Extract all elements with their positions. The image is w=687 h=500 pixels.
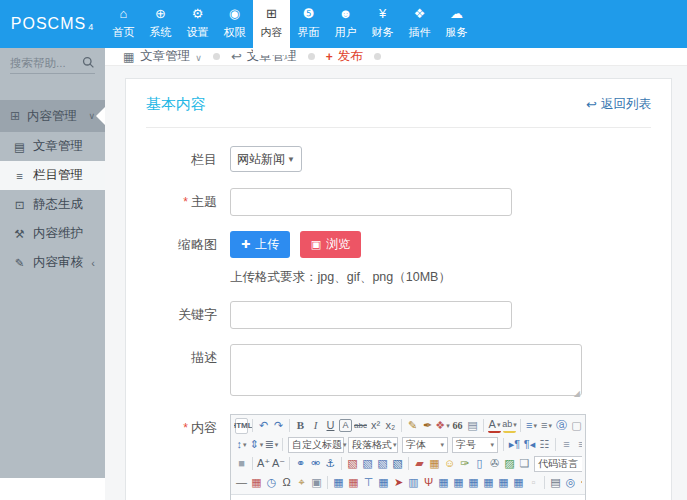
anchor-name-icon[interactable]: ⓐ bbox=[555, 418, 568, 434]
bold-icon[interactable]: B bbox=[294, 418, 307, 434]
time-icon[interactable]: ◷ bbox=[265, 475, 278, 491]
image-left-icon[interactable]: ▧ bbox=[346, 456, 359, 472]
font-family-select[interactable]: 字体▾ bbox=[402, 437, 448, 453]
nav-item-interface[interactable]: ❺ 界面 bbox=[290, 0, 327, 48]
insert-table-icon[interactable]: ▦ bbox=[332, 475, 345, 491]
align-left-icon[interactable]: ≡ bbox=[560, 437, 573, 453]
sidebar-item-content-maintenance[interactable]: ⚒ 内容维护 bbox=[0, 219, 105, 248]
paragraph-spacing-icon[interactable]: ⇕▾ bbox=[250, 437, 263, 453]
superscript-icon[interactable]: x² bbox=[369, 418, 382, 434]
paragraph-format-select[interactable]: 段落格式▾ bbox=[348, 437, 398, 453]
keywords-input[interactable] bbox=[230, 301, 512, 329]
image-center-icon[interactable]: ▧ bbox=[376, 456, 389, 472]
font-color-icon[interactable]: A▾ bbox=[488, 419, 501, 433]
ltr-icon[interactable]: ▸¶ bbox=[508, 437, 521, 453]
subscript-icon[interactable]: x₂ bbox=[384, 418, 397, 434]
emoticon-icon[interactable]: ☺ bbox=[443, 456, 456, 472]
nav-item-permissions[interactable]: ◉ 权限 bbox=[216, 0, 253, 48]
strikethrough-icon[interactable]: abc bbox=[354, 418, 367, 434]
special-char-icon[interactable]: Ω bbox=[280, 475, 293, 491]
pin-icon[interactable]: ➤ bbox=[392, 475, 405, 491]
blockquote-icon[interactable]: 66 bbox=[451, 418, 464, 434]
format-brush-icon[interactable]: ✒ bbox=[421, 418, 434, 434]
editor-content-area[interactable] bbox=[231, 495, 585, 500]
column-select[interactable]: 网站新闻 ▼ bbox=[230, 146, 302, 172]
redo-icon[interactable]: ↷ bbox=[272, 418, 285, 434]
nav-item-content[interactable]: ⊞ 内容 bbox=[253, 0, 290, 55]
map-icon[interactable]: ⌖ bbox=[295, 475, 308, 491]
column-icon[interactable]: ▥ bbox=[407, 475, 420, 491]
breadcrumb-section[interactable]: 文章管理 bbox=[140, 48, 190, 65]
media-icon[interactable]: ▦ bbox=[428, 456, 441, 472]
breadcrumb-publish-tab[interactable]: + 发布 bbox=[326, 48, 363, 65]
nav-item-settings[interactable]: ⚙ 设置 bbox=[179, 0, 216, 48]
table-header-icon[interactable]: ⊤ bbox=[362, 475, 375, 491]
rtl-icon[interactable]: ¶◂ bbox=[523, 437, 536, 453]
delete-col-icon[interactable]: ▦ bbox=[482, 475, 495, 491]
anchor-icon[interactable]: ⚓ bbox=[324, 456, 337, 472]
nav-item-system[interactable]: ⊕ 系统 bbox=[142, 0, 179, 48]
attachment-icon[interactable]: ✇ bbox=[488, 456, 501, 472]
line-height-icon[interactable]: ↕▾ bbox=[235, 437, 248, 453]
unlink-icon[interactable]: ⚮ bbox=[309, 456, 322, 472]
highlight-icon[interactable]: ab▾ bbox=[503, 419, 516, 433]
print-icon[interactable]: ▤ bbox=[549, 475, 562, 491]
subject-input[interactable] bbox=[230, 188, 512, 216]
insert-col-icon[interactable]: ▦ bbox=[467, 475, 480, 491]
paragraph-layout-icon[interactable]: ☷ bbox=[538, 437, 551, 453]
format-pencil-icon[interactable]: ✎ bbox=[406, 418, 419, 434]
preview-icon[interactable]: ◎ bbox=[564, 475, 577, 491]
sidebar-item-content-review[interactable]: ✎ 内容审核 ‹ bbox=[0, 248, 105, 277]
flash-icon[interactable]: ▰ bbox=[413, 456, 426, 472]
image-right-icon[interactable]: ▧ bbox=[361, 456, 374, 472]
source-code-button[interactable]: HTML bbox=[235, 418, 248, 434]
album-icon[interactable]: ▨ bbox=[503, 456, 516, 472]
upload-button[interactable]: ✚ 上传 bbox=[230, 231, 290, 258]
screenshot-icon[interactable]: ▣ bbox=[310, 475, 323, 491]
file-icon[interactable]: ▯ bbox=[473, 456, 486, 472]
browse-button[interactable]: ▣ 浏览 bbox=[300, 231, 361, 258]
custom-title-select[interactable]: 自定义标题▾ bbox=[288, 437, 344, 453]
horizontal-rule-icon[interactable]: — bbox=[235, 475, 248, 491]
nav-item-finance[interactable]: ¥ 财务 bbox=[364, 0, 401, 48]
sidebar-item-category-management[interactable]: ≡ 栏目管理 bbox=[0, 161, 105, 190]
filter-icon[interactable]: Ψ bbox=[422, 475, 435, 491]
sidebar-item-article-management[interactable]: ▤ 文章管理 bbox=[0, 132, 105, 161]
italic-icon[interactable]: I bbox=[309, 418, 322, 434]
calendar-icon[interactable]: ▦ bbox=[250, 475, 263, 491]
underline-icon[interactable]: U bbox=[324, 418, 337, 434]
background-color-icon[interactable]: ■ bbox=[235, 456, 248, 472]
link-icon[interactable]: ⚭ bbox=[294, 456, 307, 472]
list-style-icon[interactable]: ≣▾ bbox=[265, 437, 278, 453]
color-palette-icon[interactable]: ❖▾ bbox=[436, 418, 449, 434]
search-input[interactable] bbox=[10, 57, 82, 69]
font-size-select[interactable]: 字号▾ bbox=[452, 437, 498, 453]
split-cells-icon[interactable]: ▦ bbox=[512, 475, 525, 491]
merge-cells-icon[interactable]: ▦ bbox=[497, 475, 510, 491]
insert-row-icon[interactable]: ▦ bbox=[437, 475, 450, 491]
undo-icon[interactable]: ↶ bbox=[257, 418, 270, 434]
code-language-select[interactable]: 代码语言▾ bbox=[534, 456, 582, 472]
search-icon[interactable] bbox=[82, 56, 95, 69]
nav-item-services[interactable]: ☁ 服务 bbox=[438, 0, 475, 48]
new-page-icon[interactable]: ▢ bbox=[570, 418, 582, 434]
sidebar-group-content-management[interactable]: ⊞ 内容管理 ∨ bbox=[0, 100, 105, 132]
sidebar-item-static-generation[interactable]: ⊡ 静态生成 bbox=[0, 190, 105, 219]
nav-item-home[interactable]: ⌂ 首页 bbox=[105, 0, 142, 48]
table-footer-icon[interactable]: ▦ bbox=[377, 475, 390, 491]
graffiti-icon[interactable]: ✑ bbox=[458, 456, 471, 472]
align-center-icon[interactable]: ≡ bbox=[575, 437, 582, 453]
paste-icon[interactable]: ▤ bbox=[466, 418, 479, 434]
description-textarea[interactable] bbox=[230, 344, 582, 396]
image-block-icon[interactable]: ▧ bbox=[391, 456, 404, 472]
edit-page-icon[interactable]: ❏ bbox=[518, 456, 531, 472]
nav-item-plugins[interactable]: ❖ 插件 bbox=[401, 0, 438, 48]
border-text-icon[interactable]: A bbox=[339, 419, 352, 432]
search-replace-icon[interactable]: ✣ bbox=[579, 475, 582, 491]
table-props-icon[interactable]: ▦ bbox=[347, 475, 360, 491]
ordered-list-icon[interactable]: ≡▾ bbox=[525, 418, 538, 434]
nav-item-users[interactable]: ☻ 用户 bbox=[327, 0, 364, 48]
font-smaller-icon[interactable]: A⁻ bbox=[272, 456, 285, 472]
font-larger-icon[interactable]: A⁺ bbox=[257, 456, 270, 472]
disabled-icon[interactable]: ▫ bbox=[527, 475, 540, 491]
